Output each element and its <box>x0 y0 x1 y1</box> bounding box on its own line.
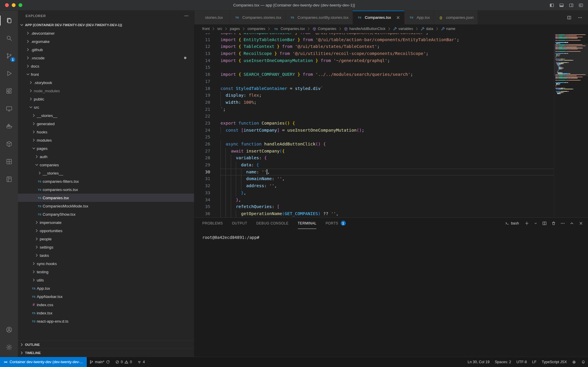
cursor-position[interactable]: Ln 30, Col 19 <box>465 357 492 367</box>
code-line-31[interactable]: 31 domainName: '', <box>194 175 554 182</box>
tree-item-.ergomake[interactable]: .ergomake <box>18 37 194 46</box>
code-line-24[interactable]: 24 const [insertCompany] = useInsertOneC… <box>194 127 554 134</box>
tab-companies.sortby.stories.tsx[interactable]: TSCompanies.sortBy.stories.tsx <box>285 11 353 24</box>
minimap[interactable] <box>554 33 588 217</box>
workspace-section-header[interactable]: APP [CONTAINER DEV-TWENTY-DEV (DEV-TWENT… <box>18 21 194 29</box>
tree-item--stories-[interactable]: __stories__ <box>18 111 194 120</box>
panel-tab-terminal[interactable]: TERMINAL <box>298 218 317 229</box>
ports-status[interactable]: 4 <box>135 357 148 367</box>
code-line-13[interactable]: 13import { RecoilScope } from '@/ui/util… <box>194 50 554 57</box>
breadcrumb-companies[interactable]: companies <box>248 27 265 31</box>
tab-stories.tsx[interactable]: stories.tsx <box>194 11 230 24</box>
code-line-17[interactable]: 17 <box>194 78 554 85</box>
tree-item-settings[interactable]: settings <box>18 243 194 251</box>
terminal-profile-dropdown-icon[interactable] <box>534 221 538 225</box>
activity-search[interactable] <box>0 29 18 47</box>
code-line-14[interactable]: 14import { useInsertOneCompanyMutation }… <box>194 57 554 64</box>
tab-companies.json[interactable]: {}companies.json <box>434 11 478 24</box>
explorer-more-actions-icon[interactable] <box>184 14 189 18</box>
terminal-more-actions-icon[interactable] <box>560 221 565 226</box>
panel-tab-problems[interactable]: PROBLEMS <box>202 218 223 229</box>
close-window-button[interactable] <box>5 3 9 7</box>
tree-item-companies-sorts.tsx[interactable]: TScompanies-sorts.tsx <box>18 185 194 194</box>
panel-tab-debug-console[interactable]: DEBUG CONSOLE <box>256 218 289 229</box>
code-line-23[interactable]: 23export function Companies() { <box>194 120 554 127</box>
code-line-35[interactable]: 35 refetchQueries: [ <box>194 203 554 210</box>
split-editor-icon[interactable] <box>567 15 572 20</box>
remote-indicator[interactable]: ><Container dev-twenty-dev (dev-twenty-d… <box>0 357 87 367</box>
tree-item-opportunities[interactable]: opportunities <box>18 227 194 235</box>
timeline-section-header[interactable]: TIMELINE <box>18 348 194 357</box>
code-line-32[interactable]: 32 address: '', <box>194 182 554 190</box>
tree-item-sync-hooks[interactable]: sync-hooks <box>18 259 194 268</box>
tree-item-pages[interactable]: pages <box>18 144 194 153</box>
breadcrumb-front[interactable]: front <box>202 27 210 31</box>
code-line-33[interactable]: 33 }, <box>194 190 554 197</box>
activity-panel-grid[interactable] <box>0 153 18 170</box>
tree-item-.vscode[interactable]: .vscode <box>18 54 194 62</box>
code-line-16[interactable]: 16import { SEARCH_COMPANY_QUERY } from '… <box>194 71 554 78</box>
code-line-30[interactable]: 30 name: '', <box>194 169 554 176</box>
toggle-panel-icon[interactable] <box>559 3 564 8</box>
minimap-slider[interactable] <box>554 44 588 76</box>
code-line-25[interactable]: 25 <box>194 134 554 141</box>
activity-source-control[interactable]: 1 <box>0 47 18 65</box>
code-line-28[interactable]: 28 variables: { <box>194 155 554 162</box>
code-line-18[interactable]: 18const StyledTableContainer = styled.di… <box>194 85 554 92</box>
tree-item-hooks[interactable]: hooks <box>18 128 194 136</box>
toggle-sidebar-icon[interactable] <box>549 3 554 8</box>
tree-item-companies-filters.tsx[interactable]: TScompanies-filters.tsx <box>18 177 194 185</box>
tree-item-docs[interactable]: docs <box>18 62 194 70</box>
tree-item-front[interactable]: front <box>18 70 194 78</box>
notifications[interactable] <box>579 357 588 367</box>
tree-item-impersonate[interactable]: impersonate <box>18 218 194 227</box>
breadcrumb-companies[interactable]: Companies <box>313 27 336 31</box>
activity-dev-container[interactable] <box>0 135 18 153</box>
tree-item-companiesmockmode.tsx[interactable]: TSCompaniesMockMode.tsx <box>18 202 194 210</box>
close-tab-icon[interactable] <box>396 15 400 20</box>
code-line-10[interactable]: 10import { WithTopBarContainer } from '@… <box>194 33 554 36</box>
activity-docker[interactable] <box>0 118 18 135</box>
tree-item-people[interactable]: people <box>18 235 194 243</box>
branch-status[interactable]: main* <box>87 357 113 367</box>
code-line-36[interactable]: 36 getOperationName(GET_COMPANIES) ?? ''… <box>194 210 554 217</box>
activity-remote-explorer[interactable] <box>0 100 18 118</box>
tab-companies.stories.tsx[interactable]: TSCompanies.stories.tsx <box>230 11 285 24</box>
tree-item-react-app-env.d.ts[interactable]: TSreact-app-env.d.ts <box>18 317 194 325</box>
indentation-status[interactable]: Spaces: 2 <box>492 357 514 367</box>
code-area[interactable]: 10import { WithTopBarContainer } from '@… <box>194 33 554 217</box>
kill-terminal-icon[interactable] <box>551 221 556 226</box>
terminal-instance-bash[interactable]: bash <box>505 221 519 225</box>
activity-extensions[interactable] <box>0 82 18 100</box>
eol-status[interactable]: LF <box>529 357 539 367</box>
zoom-window-button[interactable] <box>19 3 22 7</box>
language-mode[interactable]: TypeScript JSX <box>539 357 569 367</box>
tree-item--stories-[interactable]: __stories__ <box>18 169 194 177</box>
breadcrumb-handleaddbuttonclick[interactable]: handleAddButtonClick <box>344 27 385 31</box>
tree-item-node-modules[interactable]: node_modules <box>18 87 194 95</box>
tree-item-index.tsx[interactable]: TSindex.tsx <box>18 309 194 317</box>
code-line-29[interactable]: 29 data: { <box>194 162 554 169</box>
tree-item-tasks[interactable]: tasks <box>18 251 194 259</box>
activity-settings[interactable] <box>0 338 18 356</box>
code-line-22[interactable]: 22 <box>194 113 554 120</box>
tab-companies.tsx[interactable]: TSCompanies.tsx <box>353 11 405 24</box>
breadcrumb-companies.tsx[interactable]: TSCompanies.tsx <box>273 27 305 31</box>
tree-item-.storybook[interactable]: .storybook <box>18 78 194 87</box>
problems-status[interactable]: 00 <box>113 357 135 367</box>
tree-item-testing[interactable]: testing <box>18 268 194 276</box>
tree-item-companies[interactable]: companies <box>18 161 194 169</box>
more-actions-icon[interactable] <box>578 15 582 20</box>
activity-explorer[interactable] <box>0 12 18 29</box>
terminal[interactable]: root@0a42ecd84891:/app# <box>194 229 588 240</box>
toggle-secondary-sidebar-icon[interactable] <box>569 3 574 8</box>
new-terminal-icon[interactable] <box>524 221 529 226</box>
encoding-status[interactable]: UTF-8 <box>514 357 529 367</box>
code-line-34[interactable]: 34 }, <box>194 197 554 204</box>
maximize-panel-icon[interactable] <box>569 221 574 226</box>
tree-item-utils[interactable]: utils <box>18 276 194 284</box>
tree-item-.devcontainer[interactable]: .devcontainer <box>18 29 194 37</box>
activity-docs[interactable] <box>0 170 18 188</box>
code-line-19[interactable]: 19 display: flex; <box>194 92 554 99</box>
panel-tab-output[interactable]: OUTPUT <box>232 218 247 229</box>
